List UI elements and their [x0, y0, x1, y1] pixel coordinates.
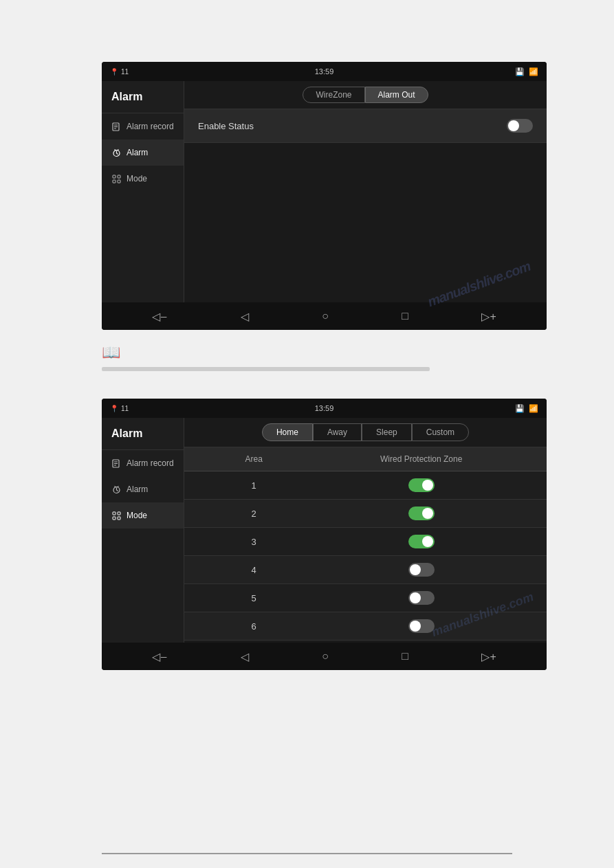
screen2: 📍 11 13:59 💾 📶 Alarm Alar: [102, 399, 547, 670]
alarm-icon-2: [111, 485, 121, 494]
signal-value-1: 11: [121, 68, 129, 76]
recents-icon-2[interactable]: □: [402, 650, 408, 663]
sd-icon-2: 💾: [515, 404, 525, 413]
home-icon-1[interactable]: ○: [322, 310, 329, 322]
sidebar-item-alarm-2[interactable]: Alarm: [102, 476, 184, 502]
sidebar-label-mode-1: Mode: [127, 174, 147, 183]
row-area-2: 2: [198, 509, 309, 519]
sidebar-label-alarm-1: Alarm: [127, 148, 148, 157]
svg-rect-10: [118, 175, 120, 178]
sidebar-item-alarm-record-1[interactable]: Alarm record: [102, 113, 184, 140]
svg-rect-22: [113, 512, 116, 515]
table-row-2: 2: [184, 500, 547, 528]
recents-icon-1[interactable]: □: [402, 310, 408, 322]
enable-status-toggle[interactable]: [507, 119, 533, 133]
row-toggle-1[interactable]: [309, 478, 533, 492]
sidebar-1: Alarm Alarm record: [102, 81, 184, 302]
svg-line-6: [116, 153, 118, 155]
row-area-1: 1: [198, 480, 309, 491]
tab-wirezone[interactable]: WireZone: [303, 87, 364, 103]
status-bar-1: 📍 11 13:59 💾 📶: [102, 62, 547, 81]
toggle-6[interactable]: [408, 619, 435, 633]
wifi-icon-2: 📶: [529, 404, 538, 413]
nav-bar-2: ◁‒ ◁ ○ □ ▷+: [102, 643, 547, 670]
tab-away[interactable]: Away: [313, 423, 362, 441]
toggle-1[interactable]: [408, 478, 435, 492]
row-toggle-3[interactable]: [309, 535, 533, 548]
row-toggle-6[interactable]: [309, 619, 533, 633]
toggle-3[interactable]: [408, 535, 435, 548]
alarm-icon-1: [111, 148, 121, 157]
svg-rect-25: [118, 517, 120, 520]
table-row-4: 4: [184, 556, 547, 584]
toggle-2[interactable]: [408, 507, 435, 520]
volume-up-icon-1[interactable]: ▷+: [481, 310, 496, 323]
main-content-2: Home Away Sleep Custom Area Wired Protec…: [184, 418, 547, 643]
svg-rect-9: [113, 175, 116, 178]
mode-icon-1: [111, 174, 121, 183]
table-header: Area Wired Protection Zone: [184, 447, 547, 471]
sidebar-item-mode-1[interactable]: Mode: [102, 166, 184, 192]
location-icon: 📍: [110, 68, 118, 76]
row-area-4: 4: [198, 565, 309, 575]
sidebar-label-alarm-record-2: Alarm record: [127, 458, 174, 468]
back-icon-2[interactable]: ◁: [241, 650, 249, 663]
time-2: 13:59: [315, 404, 334, 412]
table-row-6: 6: [184, 612, 547, 641]
status-left-2: 📍 11: [110, 405, 129, 412]
table-row-5: 5: [184, 584, 547, 612]
bottom-rule: [102, 853, 512, 854]
book-icon-area: 📖: [102, 344, 512, 361]
home-icon-2[interactable]: ○: [322, 650, 329, 663]
book-icon: 📖: [102, 344, 120, 361]
toggle-5[interactable]: [408, 591, 435, 605]
sidebar-title-1: Alarm: [102, 81, 184, 113]
volume-down-icon-1[interactable]: ◁‒: [152, 310, 167, 323]
time-1: 13:59: [315, 67, 334, 76]
sidebar-title-2: Alarm: [102, 418, 184, 450]
main-content-1: WireZone Alarm Out Enable Status: [184, 81, 547, 302]
table-row-3: 3: [184, 528, 547, 556]
enable-status-label: Enable Status: [198, 121, 254, 131]
toggle-4[interactable]: [408, 563, 435, 577]
sidebar-item-mode-2[interactable]: Mode: [102, 502, 184, 528]
tab-home[interactable]: Home: [262, 423, 313, 441]
sidebar-2: Alarm Alarm record: [102, 418, 184, 643]
enable-status-row: Enable Status: [184, 109, 547, 143]
svg-line-19: [116, 490, 118, 491]
table-row-1: 1: [184, 471, 547, 500]
svg-rect-23: [118, 512, 120, 515]
tab-sleep[interactable]: Sleep: [362, 423, 412, 441]
wifi-icon-1: 📶: [529, 67, 538, 76]
row-area-3: 3: [198, 537, 309, 547]
row-toggle-5[interactable]: [309, 591, 533, 605]
sidebar-label-mode-2: Mode: [127, 511, 147, 520]
row-toggle-4[interactable]: [309, 563, 533, 577]
sidebar-item-alarm-1[interactable]: Alarm: [102, 140, 184, 166]
back-icon-1[interactable]: ◁: [241, 310, 249, 323]
status-right-2: 💾 📶: [515, 404, 538, 413]
tab-custom[interactable]: Custom: [412, 423, 469, 441]
sd-icon-1: 💾: [515, 67, 525, 76]
tab-alarm-out[interactable]: Alarm Out: [365, 87, 428, 103]
app-layout-2: Alarm Alarm record: [102, 418, 547, 643]
mode-icon-2: [111, 511, 121, 520]
volume-up-icon-2[interactable]: ▷+: [481, 650, 496, 663]
sidebar-item-alarm-record-2[interactable]: Alarm record: [102, 450, 184, 476]
location-icon-2: 📍: [110, 405, 118, 412]
nav-bar-1: ◁‒ ◁ ○ □ ▷+: [102, 302, 547, 330]
app-layout-1: Alarm Alarm record: [102, 81, 547, 302]
sidebar-label-alarm-2: Alarm: [127, 485, 148, 494]
svg-rect-11: [113, 180, 116, 183]
svg-rect-12: [118, 180, 120, 183]
volume-down-icon-2[interactable]: ◁‒: [152, 650, 167, 663]
row-area-6: 6: [198, 621, 309, 632]
col-area-header: Area: [198, 454, 309, 464]
row-toggle-2[interactable]: [309, 507, 533, 520]
sidebar-label-alarm-record-1: Alarm record: [127, 122, 174, 131]
screen1: 📍 11 13:59 💾 📶 Alarm Alar: [102, 62, 547, 330]
signal-value-2: 11: [121, 405, 129, 412]
divider-line: [102, 367, 430, 371]
tab-bar-1: WireZone Alarm Out: [184, 81, 547, 109]
status-left-1: 📍 11: [110, 68, 129, 76]
